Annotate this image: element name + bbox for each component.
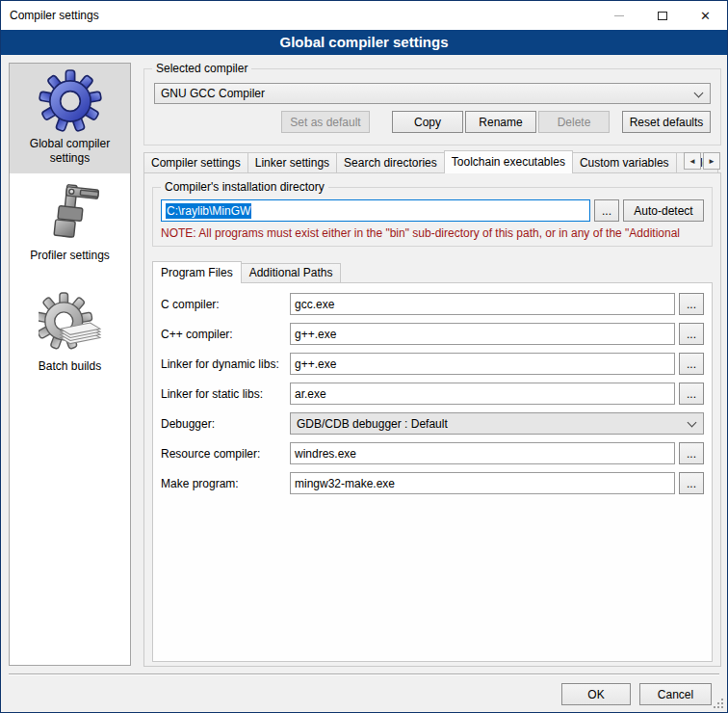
c-compiler-input[interactable]: gcc.exe [290,293,675,315]
compiler-actions: Set as default Copy Rename Delete Reset … [154,111,711,133]
field-row-make-program: Make program: mingw32-make.exe ... [161,472,704,494]
c-compiler-browse-button[interactable]: ... [679,293,704,315]
make-program-label: Make program: [161,477,290,490]
sidebar-item-label: Profiler settings [12,249,128,263]
tab-compiler-settings[interactable]: Compiler settings [143,152,248,172]
minimize-button[interactable] [597,1,640,30]
selected-compiler-group-label: Selected compiler [152,62,251,75]
tab-scroll-left-button[interactable]: ◄ [684,152,701,170]
selected-compiler-group: Selected compiler GNU GCC Compiler Set a… [143,68,721,145]
cpp-compiler-label: C++ compiler: [161,328,290,341]
set-as-default-button[interactable]: Set as default [281,111,370,133]
close-icon: ✕ [700,10,711,22]
compiler-select[interactable]: GNU GCC Compiler [154,83,711,104]
delete-button[interactable]: Delete [538,111,610,133]
main-content: Selected compiler GNU GCC Compiler Set a… [143,63,721,667]
sidebar-item-global-compiler-settings[interactable]: Global compiler settings [10,64,130,173]
tab-search-directories[interactable]: Search directories [336,152,445,172]
tab-toolchain-executables[interactable]: Toolchain executables [444,150,573,173]
installation-directory-group-label: Compiler's installation directory [161,180,328,194]
maximize-icon [658,12,667,20]
linker-dynamic-value: g++.exe [295,357,336,371]
settings-tabstrip: Compiler settings Linker settings Search… [143,149,721,172]
linker-dynamic-browse-button[interactable]: ... [679,353,704,375]
field-row-cpp-compiler: C++ compiler: g++.exe ... [161,323,704,345]
sidebar-item-label: Global compiler settings [12,137,128,166]
debugger-label: Debugger: [161,417,290,431]
debugger-select[interactable]: GDB/CDB debugger : Default [290,412,704,435]
ok-button[interactable]: OK [561,683,631,705]
c-compiler-value: gcc.exe [295,298,334,311]
installation-directory-group: Compiler's installation directory C:\ray… [152,187,713,247]
tab-linker-settings[interactable]: Linker settings [247,152,337,172]
tab-additional-paths[interactable]: Additional Paths [241,263,342,282]
arrow-right-icon: ► [708,157,715,166]
cpp-compiler-value: g++.exe [295,328,336,341]
footer-separator [9,673,719,674]
toolchain-executables-page: Compiler's installation directory C:\ray… [143,172,721,667]
field-row-resource-compiler: Resource compiler: windres.exe ... [161,442,704,464]
linker-static-browse-button[interactable]: ... [679,383,704,405]
installation-directory-row: C:\raylib\MinGW ... Auto-detect [161,199,704,222]
linker-static-value: ar.exe [295,387,326,401]
c-compiler-label: C compiler: [161,298,290,311]
cpp-compiler-input[interactable]: g++.exe [290,323,675,345]
make-program-input[interactable]: mingw32-make.exe [290,472,675,494]
window-title: Compiler settings [1,9,99,22]
resource-compiler-label: Resource compiler: [161,447,290,461]
linker-static-input[interactable]: ar.exe [290,383,675,405]
tab-custom-variables[interactable]: Custom variables [572,152,677,172]
compiler-select-value: GNU GCC Compiler [161,87,265,100]
field-row-linker-dynamic: Linker for dynamic libs: g++.exe ... [161,353,704,375]
blue-gear-icon [39,69,102,133]
field-row-linker-static: Linker for static libs: ar.exe ... [161,383,704,405]
compiler-settings-dialog: Compiler settings ✕ Global compiler sett… [0,0,728,713]
auto-detect-button[interactable]: Auto-detect [623,199,704,222]
make-program-value: mingw32-make.exe [295,477,395,490]
installation-directory-input[interactable]: C:\raylib\MinGW [161,199,590,222]
resource-compiler-value: windres.exe [295,447,356,461]
field-row-c-compiler: C compiler: gcc.exe ... [161,293,704,315]
rename-button[interactable]: Rename [465,111,536,133]
resource-compiler-input[interactable]: windres.exe [290,442,675,464]
field-row-debugger: Debugger: GDB/CDB debugger : Default [161,412,704,435]
copy-button[interactable]: Copy [392,111,463,133]
program-files-tabstrip: Program Files Additional Paths [152,260,713,282]
program-files-page: C compiler: gcc.exe ... C++ compiler: g+… [152,282,713,662]
minimize-icon [614,15,624,16]
tab-scroll-right-button[interactable]: ► [703,152,720,170]
linker-dynamic-input[interactable]: g++.exe [290,353,675,375]
window-controls: ✕ [597,1,727,30]
arrow-left-icon: ◄ [689,157,696,166]
debugger-value: GDB/CDB debugger : Default [297,417,448,431]
dialog-heading: Global compiler settings [1,30,727,55]
cancel-button[interactable]: Cancel [639,683,712,705]
resize-grip[interactable] [721,706,723,708]
browse-directory-button[interactable]: ... [594,199,619,222]
installation-directory-value: C:\raylib\MinGW [166,203,251,219]
sidebar-item-label: Batch builds [12,359,128,374]
settings-sidebar: Global compiler settings Profiler settin… [9,63,131,666]
tab-program-files[interactable]: Program Files [152,261,242,283]
tab-scroll-controls: ◄ ► [684,152,720,170]
maximize-button[interactable] [640,1,684,30]
linker-static-label: Linker for static libs: [161,387,290,401]
program-files-notebook: Program Files Additional Paths C compile… [152,260,713,662]
gray-gear-stack-icon [39,292,102,356]
make-program-browse-button[interactable]: ... [679,472,704,494]
chevron-down-icon [688,418,697,428]
reset-defaults-button[interactable]: Reset defaults [622,111,711,133]
linker-dynamic-label: Linker for dynamic libs: [161,357,290,371]
chevron-down-icon [694,89,704,98]
titlebar: Compiler settings ✕ [1,1,727,30]
sidebar-item-profiler-settings[interactable]: Profiler settings [10,175,130,271]
sidebar-item-batch-builds[interactable]: Batch builds [10,286,130,382]
bin-subdirectory-note: NOTE: All programs must exist either in … [161,226,704,240]
resource-compiler-browse-button[interactable]: ... [679,442,704,464]
footer-buttons: OK Cancel [561,683,712,705]
caliper-icon [39,181,102,245]
cpp-compiler-browse-button[interactable]: ... [679,323,704,345]
close-button[interactable]: ✕ [684,1,727,30]
